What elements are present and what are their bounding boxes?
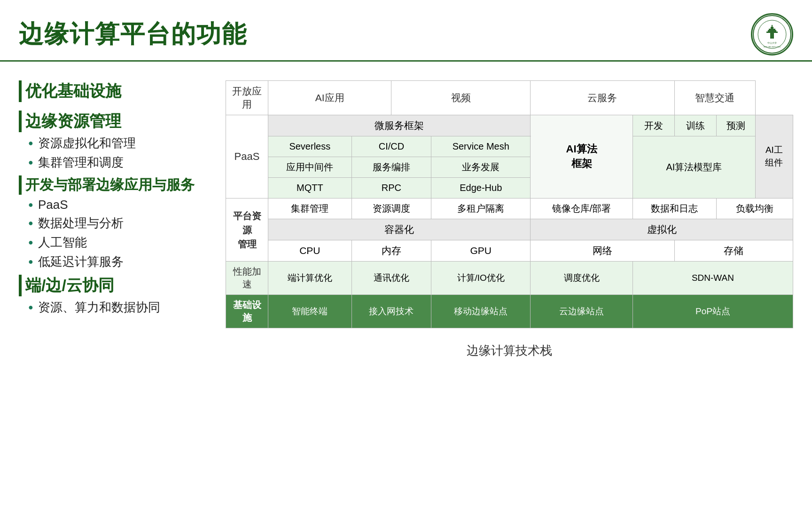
sdn-wan-cell: SDN-WAN: [632, 262, 793, 295]
cluster-mgmt-cell: 集群管理: [268, 198, 352, 219]
left-panel: 优化基础设施 边缘资源管理 资源虚拟化和管理 集群管理和调度 开发与部署边缘应用…: [19, 80, 197, 368]
cloud-edge-cell: 云边缘站点: [531, 295, 633, 328]
ai-predict-cell: 预测: [716, 115, 755, 136]
service-orchestration-cell: 服务编排: [351, 157, 431, 178]
svg-rect-6: [772, 25, 773, 27]
page-title: 边缘计算平台的功能: [19, 18, 247, 51]
edge-compute-opt-cell: 端计算优化: [268, 262, 352, 295]
service-mesh-cell: Service Mesh: [431, 136, 531, 157]
perf-label: 性能加速: [226, 262, 268, 295]
open-apps-label: 开放应用: [226, 81, 268, 115]
comm-opt-cell: 通讯优化: [351, 262, 431, 295]
cpu-cell: CPU: [268, 240, 352, 262]
video-cell: 视频: [391, 81, 531, 115]
compute-io-opt-cell: 计算/IO优化: [431, 262, 531, 295]
paas-label: PaaS: [226, 115, 268, 198]
cicd-cell: CI/CD: [351, 136, 431, 157]
open-apps-row: 开放应用 AI应用 视频 云服务 智慧交通: [226, 81, 793, 115]
multi-tenant-cell: 多租户隔离: [431, 198, 531, 219]
resource-sched-cell: 资源调度: [351, 198, 431, 219]
section-edge-resource: 边缘资源管理: [19, 111, 197, 132]
tech-stack-table: 开放应用 AI应用 视频 云服务 智慧交通 PaaS 微服务框架 AI算法框架 …: [226, 80, 793, 328]
sched-opt-cell: 调度优化: [531, 262, 633, 295]
severless-cell: Severless: [268, 136, 352, 157]
micro-service-cell: 微服务框架: [268, 115, 531, 136]
network-cell: 网络: [531, 240, 675, 262]
edge-resource-list: 资源虚拟化和管理 集群管理和调度: [28, 135, 197, 171]
app-middleware-cell: 应用中间件: [268, 157, 352, 178]
header: 边缘计算平台的功能 中山大学 SUN YAT-SEN UNIV: [0, 0, 812, 62]
platform-label: 平台资源管理: [226, 198, 268, 262]
platform-container-row: 容器化 虚拟化: [226, 219, 793, 240]
svg-rect-5: [771, 27, 773, 29]
paas-micro-row: PaaS 微服务框架 AI算法框架 开发 训练 预测 AI工组件: [226, 115, 793, 136]
platform-row1: 平台资源管理 集群管理 资源调度 多租户隔离 镜像仓库/部署 数据和日志 负载均…: [226, 198, 793, 219]
cloud-service-cell: 云服务: [531, 81, 675, 115]
svg-rect-4: [766, 32, 778, 33]
access-net-cell: 接入网技术: [351, 295, 431, 328]
data-log-cell: 数据和日志: [632, 198, 716, 219]
virtual-cell: 虚拟化: [531, 219, 793, 240]
svg-text:SUN YAT-SEN UNIV: SUN YAT-SEN UNIV: [764, 46, 781, 48]
svg-rect-3: [768, 30, 776, 32]
storage-cell: 存储: [674, 240, 793, 262]
memory-cell: 内存: [351, 240, 431, 262]
mqtt-cell: MQTT: [268, 178, 352, 198]
list-item: 低延迟计算服务: [28, 254, 197, 270]
paas-row1: Severless CI/CD Service Mesh AI算法模型库: [226, 136, 793, 157]
university-logo: 中山大学 SUN YAT-SEN UNIV: [751, 13, 793, 56]
dev-deploy-list: PaaS 数据处理与分析 人工智能 低延迟计算服务: [28, 198, 197, 270]
image-repo-cell: 镜像仓库/部署: [531, 198, 633, 219]
infra-row: 基础设施 智能终端 接入网技术 移动边缘站点 云边缘站点 PoP站点: [226, 295, 793, 328]
load-balance-cell: 负载均衡: [716, 198, 793, 219]
right-panel: 开放应用 AI应用 视频 云服务 智慧交通 PaaS 微服务框架 AI算法框架 …: [226, 80, 793, 368]
ai-model-lib-cell: AI算法模型库: [632, 136, 755, 198]
ai-component-cell: AI工组件: [755, 115, 793, 198]
section-dev-deploy: 开发与部署边缘应用与服务: [19, 175, 197, 195]
business-dev-cell: 业务发展: [431, 157, 531, 178]
svg-rect-2: [769, 29, 775, 30]
infra-label: 基础设施: [226, 295, 268, 328]
ai-train-cell: 训练: [674, 115, 716, 136]
rpc-cell: RPC: [351, 178, 431, 198]
gpu-cell: GPU: [431, 240, 531, 262]
list-item: 集群管理和调度: [28, 154, 197, 171]
mobile-edge-cell: 移动边缘站点: [431, 295, 531, 328]
list-item: 资源虚拟化和管理: [28, 135, 197, 151]
pop-station-cell: PoP站点: [632, 295, 793, 328]
svg-rect-7: [770, 33, 774, 39]
main-content: 优化基础设施 边缘资源管理 资源虚拟化和管理 集群管理和调度 开发与部署边缘应用…: [0, 62, 812, 378]
container-cell: 容器化: [268, 219, 531, 240]
ai-algo-cell: AI算法框架: [531, 115, 633, 198]
list-item: 资源、算力和数据协同: [28, 299, 197, 316]
ai-dev-cell: 开发: [632, 115, 674, 136]
svg-text:中山大学: 中山大学: [767, 41, 777, 44]
platform-hw-row: CPU 内存 GPU 网络 存储: [226, 240, 793, 262]
ai-app-cell: AI应用: [268, 81, 391, 115]
smart-transport-cell: 智慧交通: [674, 81, 755, 115]
list-item: 人工智能: [28, 234, 197, 251]
list-item: PaaS: [28, 198, 197, 212]
section-optimize: 优化基础设施: [19, 80, 197, 102]
cloud-collab-list: 资源、算力和数据协同: [28, 299, 197, 316]
perf-row: 性能加速 端计算优化 通讯优化 计算/IO优化 调度优化 SDN-WAN: [226, 262, 793, 295]
bottom-caption: 边缘计算技术栈: [226, 342, 793, 368]
list-item: 数据处理与分析: [28, 215, 197, 231]
smart-terminal-cell: 智能终端: [268, 295, 352, 328]
edge-hub-cell: Edge-Hub: [431, 178, 531, 198]
section-cloud-collab: 端/边/云协同: [19, 275, 197, 296]
